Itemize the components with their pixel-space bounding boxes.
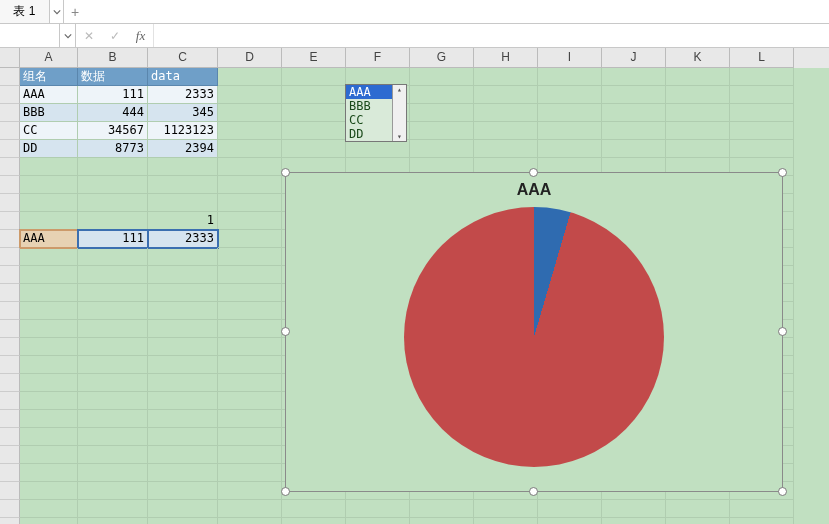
row-header[interactable] <box>0 356 20 374</box>
cell[interactable] <box>218 284 282 302</box>
col-header[interactable]: C <box>148 48 218 68</box>
resize-handle[interactable] <box>778 487 787 496</box>
cell[interactable] <box>410 68 474 86</box>
cell[interactable] <box>78 464 148 482</box>
cell[interactable] <box>148 248 218 266</box>
row-header[interactable] <box>0 122 20 140</box>
cell[interactable] <box>730 500 794 518</box>
add-sheet-button[interactable]: + <box>64 0 86 23</box>
cell[interactable] <box>148 392 218 410</box>
cell[interactable] <box>730 68 794 86</box>
cell[interactable] <box>148 374 218 392</box>
cell[interactable] <box>666 86 730 104</box>
col-header[interactable]: E <box>282 48 346 68</box>
row-header[interactable] <box>0 284 20 302</box>
cell[interactable] <box>474 500 538 518</box>
cell[interactable] <box>410 104 474 122</box>
cell[interactable] <box>78 248 148 266</box>
cell[interactable]: CC <box>20 122 78 140</box>
cell[interactable] <box>538 122 602 140</box>
cell[interactable] <box>218 86 282 104</box>
cell[interactable] <box>346 518 410 524</box>
name-box[interactable] <box>0 24 60 47</box>
cell[interactable] <box>538 68 602 86</box>
cell[interactable] <box>410 140 474 158</box>
row-header[interactable] <box>0 104 20 122</box>
cell[interactable] <box>20 428 78 446</box>
cell[interactable] <box>730 86 794 104</box>
cell[interactable]: 111 <box>78 86 148 104</box>
cell[interactable] <box>346 140 410 158</box>
cell[interactable] <box>20 194 78 212</box>
cell[interactable] <box>78 410 148 428</box>
cell[interactable] <box>730 104 794 122</box>
listbox-item[interactable]: AAA <box>346 85 392 99</box>
listbox-item[interactable]: CC <box>346 113 392 127</box>
cell[interactable] <box>218 338 282 356</box>
cell[interactable] <box>602 140 666 158</box>
listbox-scrollbar[interactable]: ▴ ▾ <box>392 85 406 141</box>
resize-handle[interactable] <box>281 327 290 336</box>
cell[interactable] <box>78 482 148 500</box>
cell[interactable]: DD <box>20 140 78 158</box>
cell[interactable] <box>666 68 730 86</box>
cell[interactable] <box>78 194 148 212</box>
row-header[interactable] <box>0 194 20 212</box>
cell[interactable] <box>148 356 218 374</box>
cell[interactable] <box>218 410 282 428</box>
cell[interactable] <box>78 518 148 524</box>
cell[interactable] <box>148 266 218 284</box>
cell[interactable] <box>78 158 148 176</box>
cell[interactable] <box>148 518 218 524</box>
cell[interactable] <box>538 518 602 524</box>
cell[interactable] <box>148 338 218 356</box>
cell[interactable] <box>218 194 282 212</box>
cell[interactable] <box>218 104 282 122</box>
cell[interactable] <box>218 374 282 392</box>
chart-object[interactable]: AAA <box>285 172 783 492</box>
col-header[interactable]: A <box>20 48 78 68</box>
cell[interactable] <box>20 374 78 392</box>
resize-handle[interactable] <box>778 168 787 177</box>
resize-handle[interactable] <box>529 168 538 177</box>
row-header[interactable] <box>0 482 20 500</box>
row-header[interactable] <box>0 176 20 194</box>
cell[interactable] <box>78 320 148 338</box>
cell[interactable] <box>78 446 148 464</box>
cell[interactable] <box>282 518 346 524</box>
cell[interactable] <box>20 158 78 176</box>
cell[interactable] <box>282 104 346 122</box>
cell[interactable] <box>282 86 346 104</box>
cell[interactable] <box>346 500 410 518</box>
cell[interactable] <box>666 104 730 122</box>
cell[interactable] <box>602 500 666 518</box>
cell[interactable] <box>602 86 666 104</box>
cell[interactable]: AAA <box>20 86 78 104</box>
cell-selected[interactable]: AAA <box>20 230 78 248</box>
row-header[interactable] <box>0 212 20 230</box>
cell[interactable] <box>602 122 666 140</box>
cell[interactable] <box>78 176 148 194</box>
cell[interactable] <box>218 140 282 158</box>
resize-handle[interactable] <box>778 327 787 336</box>
cell[interactable]: 345 <box>148 104 218 122</box>
cell[interactable]: 2394 <box>148 140 218 158</box>
cell[interactable] <box>78 500 148 518</box>
cell[interactable]: 34567 <box>78 122 148 140</box>
cell[interactable] <box>282 500 346 518</box>
cell[interactable] <box>410 86 474 104</box>
cell-selected[interactable]: 2333 <box>148 230 218 248</box>
cell[interactable] <box>474 68 538 86</box>
cell[interactable] <box>148 158 218 176</box>
cell[interactable] <box>78 428 148 446</box>
cell[interactable] <box>730 518 794 524</box>
cell[interactable] <box>218 158 282 176</box>
resize-handle[interactable] <box>281 487 290 496</box>
cell[interactable] <box>602 518 666 524</box>
cell[interactable] <box>538 140 602 158</box>
row-header[interactable] <box>0 266 20 284</box>
scroll-down-icon[interactable]: ▾ <box>397 132 402 141</box>
select-all-corner[interactable] <box>0 48 20 68</box>
cell[interactable] <box>78 356 148 374</box>
cell[interactable] <box>20 176 78 194</box>
